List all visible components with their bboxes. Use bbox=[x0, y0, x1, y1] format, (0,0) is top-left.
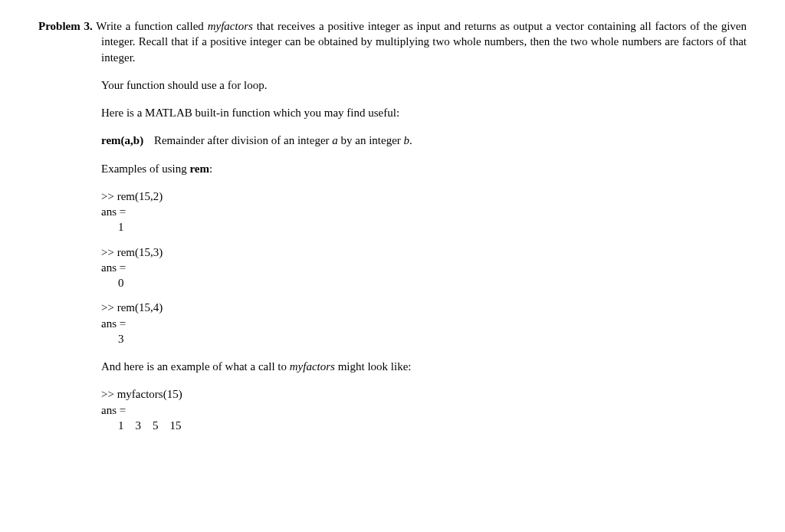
rem-description: Remainder after division of an integer a… bbox=[154, 133, 412, 148]
builtin-intro: Here is a MATLAB built-in function which… bbox=[101, 105, 747, 120]
example-1: >> rem(15,2) ans = 1 bbox=[101, 189, 747, 235]
problem-body: Your function should use a for loop. Her… bbox=[38, 77, 747, 433]
example-call-intro-1: And here is an example of what a call to bbox=[101, 360, 290, 373]
ex1-ans: ans = bbox=[101, 204, 747, 219]
ex3-val: 3 bbox=[101, 331, 747, 346]
ex2-call: >> rem(15,3) bbox=[101, 245, 747, 260]
example-4: >> myfactors(15) ans = 1 3 5 15 bbox=[101, 386, 747, 433]
rem-desc-1: Remainder after division of an integer bbox=[154, 134, 332, 146]
problem-statement: Problem 3. Write a function called myfac… bbox=[38, 18, 747, 65]
ex4-call: >> myfactors(15) bbox=[101, 386, 747, 402]
ex3-call: >> rem(15,4) bbox=[101, 300, 747, 315]
examples-label-2: : bbox=[209, 163, 212, 175]
example-call-intro-2: might look like: bbox=[335, 360, 412, 373]
examples-label: Examples of using rem: bbox=[101, 161, 747, 176]
rem-signature: rem(a,b) bbox=[101, 134, 143, 146]
example-3: >> rem(15,4) ans = 3 bbox=[101, 300, 747, 346]
ex3-ans: ans = bbox=[101, 316, 747, 331]
problem-label: Problem 3. bbox=[38, 20, 93, 32]
examples-rem: rem bbox=[189, 163, 209, 175]
example-2: >> rem(15,3) ans = 0 bbox=[101, 245, 747, 291]
ex1-val: 1 bbox=[101, 219, 747, 235]
ex4-ans: ans = bbox=[101, 402, 747, 418]
intro-before: Write a function called bbox=[93, 20, 208, 32]
rem-definition: rem(a,b) Remainder after division of an … bbox=[101, 133, 747, 148]
rem-desc-2: by an integer bbox=[338, 134, 404, 146]
examples-label-1: Examples of using bbox=[101, 163, 189, 175]
rem-b: b bbox=[404, 134, 410, 146]
ex2-ans: ans = bbox=[101, 260, 747, 275]
rem-a: a bbox=[332, 134, 338, 146]
myfactors-example-intro: And here is an example of what a call to… bbox=[101, 359, 747, 374]
ex1-call: >> rem(15,2) bbox=[101, 189, 747, 204]
forloop-instruction: Your function should use a for loop. bbox=[101, 77, 747, 93]
rem-desc-3: . bbox=[409, 134, 412, 146]
function-name: myfactors bbox=[208, 20, 253, 32]
ex4-val: 1 3 5 15 bbox=[101, 418, 747, 433]
example-call-intro-func: myfactors bbox=[290, 360, 335, 373]
ex2-val: 0 bbox=[101, 275, 747, 291]
